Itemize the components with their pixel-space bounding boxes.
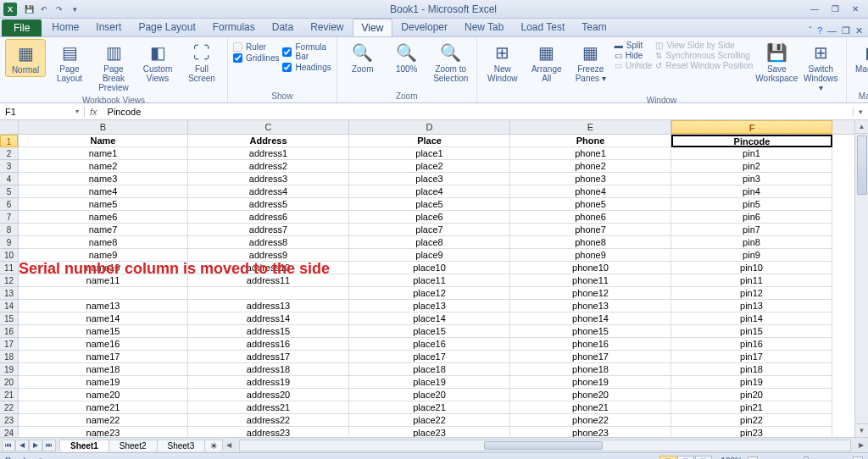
cell[interactable]: phone21 (510, 401, 671, 414)
row-header[interactable]: 16 (0, 325, 18, 338)
cell[interactable]: name14 (19, 312, 188, 325)
cell[interactable]: name23 (19, 427, 188, 437)
ribbon-tab-developer[interactable]: Developer (392, 19, 456, 36)
cell[interactable]: phone14 (510, 312, 671, 325)
cell[interactable]: place22 (349, 414, 510, 427)
cell[interactable]: name20 (19, 389, 188, 401)
cell[interactable]: address5 (188, 198, 349, 211)
ribbon-tab-new-tab[interactable]: New Tab (456, 19, 512, 36)
sheet-nav-prev-icon[interactable]: ◀ (15, 440, 29, 451)
cell[interactable]: place23 (349, 427, 510, 437)
hscroll-thumb[interactable] (484, 441, 603, 450)
cell[interactable]: phone13 (510, 300, 671, 312)
cell[interactable]: pin3 (671, 173, 832, 185)
row-header[interactable]: 4 (0, 173, 18, 185)
select-all-corner[interactable] (0, 120, 19, 135)
row-header[interactable]: 9 (0, 236, 18, 249)
sheet-tab[interactable]: Sheet2 (108, 440, 158, 451)
cell[interactable]: pin11 (671, 274, 832, 287)
cell[interactable]: phone18 (510, 363, 671, 376)
page-layout-button[interactable]: ▤Page Layout (49, 39, 90, 85)
gridlines-checkbox[interactable]: Gridlines (233, 53, 279, 63)
cell[interactable]: address18 (188, 363, 349, 376)
ribbon-tab-view[interactable]: View (353, 19, 393, 36)
cell[interactable]: phone11 (510, 274, 671, 287)
row-header[interactable]: 19 (0, 363, 18, 376)
cell[interactable]: pin23 (671, 427, 832, 437)
cell[interactable]: address1 (188, 147, 349, 160)
arrange-all-button[interactable]: ▦Arrange All (526, 39, 567, 85)
horizontal-scrollbar[interactable] (239, 440, 851, 451)
cell[interactable]: pin18 (671, 363, 832, 376)
full-screen-button[interactable]: ⛶Full Screen (181, 39, 222, 85)
zoom-button[interactable]: 🔍Zoom (342, 39, 383, 75)
row-header[interactable]: 8 (0, 224, 18, 236)
row-header[interactable]: 12 (0, 274, 18, 287)
custom-views-button[interactable]: ◧Custom Views (137, 39, 178, 85)
cell[interactable]: phone6 (510, 211, 671, 224)
cell[interactable]: name21 (19, 401, 188, 414)
row-header[interactable]: 3 (0, 160, 18, 173)
row-header[interactable]: 1 (0, 135, 18, 147)
cell[interactable]: pin17 (671, 351, 832, 363)
row-header[interactable]: 15 (0, 312, 18, 325)
scroll-up-icon[interactable]: ▲ (855, 120, 868, 134)
cell[interactable]: place13 (349, 300, 510, 312)
cell[interactable]: place15 (349, 325, 510, 338)
cell[interactable]: name3 (19, 173, 188, 185)
cell[interactable]: Pincode (671, 135, 832, 147)
cell[interactable]: phone22 (510, 414, 671, 427)
minimize-ribbon-icon[interactable]: ˇ (809, 25, 812, 36)
cell[interactable]: pin2 (671, 160, 832, 173)
zoom-in-button[interactable]: + (853, 456, 863, 460)
ribbon-tab-insert[interactable]: Insert (87, 19, 130, 36)
row-header[interactable]: 11 (0, 262, 18, 274)
row-header[interactable]: 13 (0, 287, 18, 300)
cell[interactable]: pin9 (671, 249, 832, 262)
cell[interactable]: place11 (349, 274, 510, 287)
new-sheet-button[interactable]: ✳ (204, 440, 223, 451)
cell[interactable]: place21 (349, 401, 510, 414)
sheet-nav-first-icon[interactable]: ⏮ (2, 440, 15, 451)
cell[interactable]: pin1 (671, 147, 832, 160)
row-header[interactable]: 20 (0, 376, 18, 389)
normal-view-status-icon[interactable]: ▦ (659, 456, 676, 460)
cell[interactable]: place6 (349, 211, 510, 224)
cell[interactable]: phone1 (510, 147, 671, 160)
cell[interactable]: pin14 (671, 312, 832, 325)
cell[interactable]: pin10 (671, 262, 832, 274)
cell[interactable]: name1 (19, 147, 188, 160)
cell[interactable]: address4 (188, 185, 349, 198)
fx-icon[interactable]: fx (90, 107, 97, 117)
cell[interactable]: address17 (188, 351, 349, 363)
save-icon[interactable]: 💾 (22, 3, 36, 16)
ribbon-tab-formulas[interactable]: Formulas (204, 19, 264, 36)
cell[interactable]: phone17 (510, 351, 671, 363)
cell[interactable]: place20 (349, 389, 510, 401)
zoom-out-button[interactable]: − (748, 456, 758, 460)
sheet-tab[interactable]: Sheet3 (157, 440, 206, 451)
cell[interactable]: place3 (349, 173, 510, 185)
redo-icon[interactable]: ↷ (53, 3, 66, 16)
ribbon-tab-data[interactable]: Data (264, 19, 302, 36)
minimize-button[interactable]: — (805, 3, 824, 15)
row-header[interactable]: 7 (0, 211, 18, 224)
cell[interactable]: name8 (19, 236, 188, 249)
close-button[interactable]: ✕ (846, 3, 865, 15)
row-headers[interactable]: 123456789101112131415161718192021222324 (0, 135, 19, 437)
cell[interactable]: pin7 (671, 224, 832, 236)
doc-minimize-icon[interactable]: — (827, 25, 837, 36)
cell[interactable]: phone2 (510, 160, 671, 173)
cell[interactable]: name19 (19, 376, 188, 389)
sheet-nav-last-icon[interactable]: ⏭ (42, 440, 56, 451)
cell[interactable]: place10 (349, 262, 510, 274)
row-header[interactable]: 17 (0, 338, 18, 351)
cell[interactable]: Place (349, 135, 510, 147)
cell[interactable]: phone5 (510, 198, 671, 211)
row-header[interactable]: 23 (0, 414, 18, 427)
cell[interactable]: address14 (188, 312, 349, 325)
cell[interactable]: name7 (19, 224, 188, 236)
scroll-down-icon[interactable]: ▼ (855, 423, 868, 437)
cell[interactable]: place7 (349, 224, 510, 236)
zoom-selection-button[interactable]: 🔍Zoom to Selection (431, 39, 471, 85)
